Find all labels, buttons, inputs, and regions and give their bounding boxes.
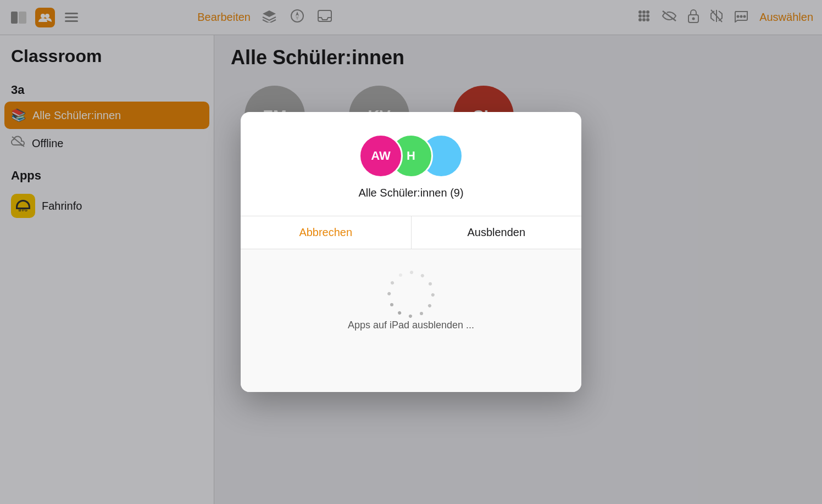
modal-body: Apps auf iPad ausblenden ... bbox=[241, 249, 581, 392]
modal-confirm-button[interactable]: Ausblenden bbox=[411, 216, 582, 249]
modal-cancel-button[interactable]: Abbrechen bbox=[241, 216, 411, 249]
spinner-dot-3 bbox=[420, 273, 425, 278]
modal-avatar-1: AW bbox=[359, 134, 403, 178]
spinner-dot-4 bbox=[429, 282, 432, 285]
spinner-dot-9 bbox=[397, 311, 402, 315]
spinner-dot-5 bbox=[431, 293, 435, 297]
spinner-dot-7 bbox=[420, 312, 423, 315]
modal-avatar-group: AW H bbox=[359, 134, 463, 178]
spinner-dot-10 bbox=[390, 303, 393, 306]
spinner-dot-12 bbox=[390, 281, 395, 285]
loading-spinner bbox=[399, 282, 423, 306]
modal-dialog: AW H Alle Schüler:innen (9) Abbrechen Au… bbox=[241, 112, 581, 392]
spinner-dot-8 bbox=[408, 314, 413, 318]
loading-text: Apps auf iPad ausblenden ... bbox=[348, 320, 474, 331]
modal-group-name: Alle Schüler:innen (9) bbox=[358, 187, 463, 199]
modal-header: AW H Alle Schüler:innen (9) bbox=[241, 112, 581, 216]
spinner-dot-1 bbox=[399, 273, 402, 277]
spinner-dot-6 bbox=[427, 304, 432, 308]
modal-action-row: Abbrechen Ausblenden bbox=[241, 216, 581, 249]
spinner-dot-11 bbox=[387, 292, 391, 296]
spinner-dot-2 bbox=[409, 270, 414, 275]
